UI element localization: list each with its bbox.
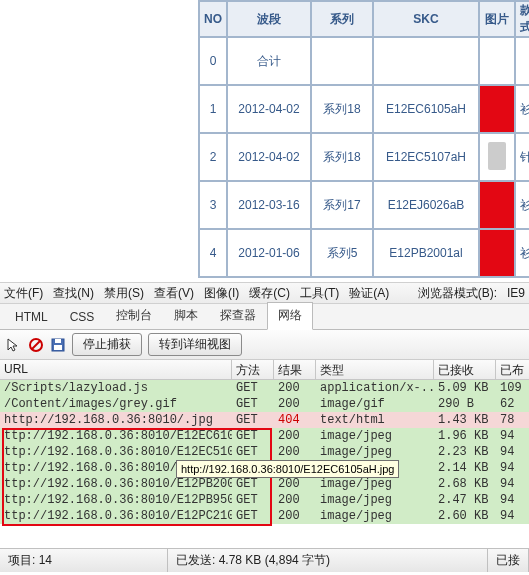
cell-url: ttp://192.168.0.36:8010/E12PC210... xyxy=(0,508,232,524)
cell-url: /Content/images/grey.gif xyxy=(0,396,232,412)
tab-css[interactable]: CSS xyxy=(59,305,106,329)
svg-rect-3 xyxy=(55,339,61,343)
table-row[interactable]: 0合计 xyxy=(199,37,529,85)
network-row[interactable]: ttp://192.168.0.36:8010/E12EC510...GET20… xyxy=(0,444,529,460)
cell-received: 2.68 KB xyxy=(434,476,496,492)
browser-mode-value[interactable]: IE9 xyxy=(507,286,525,300)
cell-type: image/jpeg xyxy=(316,508,434,524)
cell-img xyxy=(479,37,515,85)
cell-result: 200 xyxy=(274,428,316,444)
svg-line-1 xyxy=(32,341,40,349)
cell-url: /Scripts/lazyload.js xyxy=(0,380,232,396)
col-header-no[interactable]: NO xyxy=(199,1,227,37)
network-row[interactable]: ttp://192.168.0.36:8010/E12EC610...GET20… xyxy=(0,428,529,444)
cell-received: 290 B xyxy=(434,396,496,412)
table-row[interactable]: 42012-01-06系列5E12PB2001al衫 xyxy=(199,229,529,277)
cell-method: GET xyxy=(232,492,274,508)
cell-img xyxy=(479,133,515,181)
devtools-menubar: 文件(F) 查找(N) 禁用(S) 查看(V) 图像(I) 缓存(C) 工具(T… xyxy=(0,282,529,304)
col-started[interactable]: 已布 xyxy=(496,360,526,379)
cell-no: 3 xyxy=(199,181,227,229)
cell-result: 200 xyxy=(274,492,316,508)
cell-band: 2012-04-02 xyxy=(227,133,311,181)
stop-capture-button[interactable]: 停止捕获 xyxy=(72,333,142,356)
cell-received: 2.14 KB xyxy=(434,460,496,476)
menu-find[interactable]: 查找(N) xyxy=(53,285,94,302)
col-header-skc[interactable]: SKC xyxy=(373,1,479,37)
network-grid-header: URL 方法 结果 类型 已接收 已布 xyxy=(0,360,529,380)
cell-style: 衫 xyxy=(515,85,529,133)
cell-type: image/jpeg xyxy=(316,492,434,508)
table-row[interactable]: 12012-04-02系列18E12EC6105aH衫 xyxy=(199,85,529,133)
menu-file[interactable]: 文件(F) xyxy=(4,285,43,302)
menu-cache[interactable]: 缓存(C) xyxy=(249,285,290,302)
menu-images[interactable]: 图像(I) xyxy=(204,285,239,302)
cell-no: 0 xyxy=(199,37,227,85)
cell-started: 94 xyxy=(496,444,526,460)
menu-validate[interactable]: 验证(A) xyxy=(349,285,389,302)
col-url[interactable]: URL xyxy=(0,360,232,379)
cell-img xyxy=(479,85,515,133)
cell-started: 109 xyxy=(496,380,526,396)
menu-view[interactable]: 查看(V) xyxy=(154,285,194,302)
cell-img xyxy=(479,229,515,277)
cell-received: 2.47 KB xyxy=(434,492,496,508)
status-bar: 项目: 14 已发送: 4.78 KB (4,894 字节) 已接 xyxy=(0,548,529,572)
cell-type: image/jpeg xyxy=(316,444,434,460)
cell-no: 4 xyxy=(199,229,227,277)
cell-style: 衫 xyxy=(515,181,529,229)
cell-result: 200 xyxy=(274,444,316,460)
cell-img xyxy=(479,181,515,229)
tab-network[interactable]: 网络 xyxy=(267,302,313,330)
save-icon[interactable] xyxy=(50,337,66,353)
col-header-band[interactable]: 波段 xyxy=(227,1,311,37)
select-element-icon[interactable] xyxy=(6,337,22,353)
col-header-series[interactable]: 系列 xyxy=(311,1,373,37)
cell-received: 2.60 KB xyxy=(434,508,496,524)
col-method[interactable]: 方法 xyxy=(232,360,274,379)
col-result[interactable]: 结果 xyxy=(274,360,316,379)
col-header-img[interactable]: 图片 xyxy=(479,1,515,37)
status-items: 项目: 14 xyxy=(0,549,168,572)
status-received-label: 已接 xyxy=(488,549,529,572)
table-row[interactable]: 32012-03-16系列17E12EJ6026aB衫 xyxy=(199,181,529,229)
network-row[interactable]: /Scripts/lazyload.jsGET200application/x-… xyxy=(0,380,529,396)
menu-disable[interactable]: 禁用(S) xyxy=(104,285,144,302)
network-row[interactable]: ttp://192.168.0.36:8010/E12PB950...GET20… xyxy=(0,492,529,508)
cell-method: GET xyxy=(232,476,274,492)
table-row[interactable]: 22012-04-02系列18E12EC5107aH针 xyxy=(199,133,529,181)
detail-view-button[interactable]: 转到详细视图 xyxy=(148,333,242,356)
cell-url: ttp://192.168.0.36:8010/E12EC610... xyxy=(0,428,232,444)
cell-type: application/x-... xyxy=(316,380,434,396)
tab-profiler[interactable]: 探查器 xyxy=(209,302,267,329)
cell-started: 94 xyxy=(496,460,526,476)
cell-started: 94 xyxy=(496,428,526,444)
cell-started: 94 xyxy=(496,492,526,508)
cell-type: image/jpeg xyxy=(316,428,434,444)
network-row[interactable]: /Content/images/grey.gifGET200image/gif2… xyxy=(0,396,529,412)
cell-url: http://192.168.0.36:8010/.jpg xyxy=(0,412,232,428)
col-type[interactable]: 类型 xyxy=(316,360,434,379)
cell-method: GET xyxy=(232,444,274,460)
tab-script[interactable]: 脚本 xyxy=(163,302,209,329)
devtools-tabbar: HTML CSS 控制台 脚本 探查器 网络 xyxy=(0,304,529,330)
network-grid-body: /Scripts/lazyload.jsGET200application/x-… xyxy=(0,380,529,524)
data-table: NO 波段 系列 SKC 图片 款式 0合计12012-04-02系列18E12… xyxy=(198,0,529,278)
cell-method: GET xyxy=(232,428,274,444)
cell-result: 404 xyxy=(274,412,316,428)
network-row[interactable]: ttp://192.168.0.36:8010/E12PB200...GET20… xyxy=(0,476,529,492)
tab-html[interactable]: HTML xyxy=(4,305,59,329)
col-header-style[interactable]: 款式 xyxy=(515,1,529,37)
network-row[interactable]: ttp://192.168.0.36:8010/E12PC210...GET20… xyxy=(0,508,529,524)
cell-method: GET xyxy=(232,508,274,524)
cell-no: 1 xyxy=(199,85,227,133)
cell-style: 衫 xyxy=(515,229,529,277)
tab-console[interactable]: 控制台 xyxy=(105,302,163,329)
thumb-icon xyxy=(488,142,506,170)
clear-icon[interactable] xyxy=(28,337,44,353)
cell-url: ttp://192.168.0.36:8010/E12PB950... xyxy=(0,492,232,508)
network-row[interactable]: http://192.168.0.36:8010/.jpgGET404text/… xyxy=(0,412,529,428)
menu-tools[interactable]: 工具(T) xyxy=(300,285,339,302)
col-received[interactable]: 已接收 xyxy=(434,360,496,379)
cell-skc: E12EC6105aH xyxy=(373,85,479,133)
